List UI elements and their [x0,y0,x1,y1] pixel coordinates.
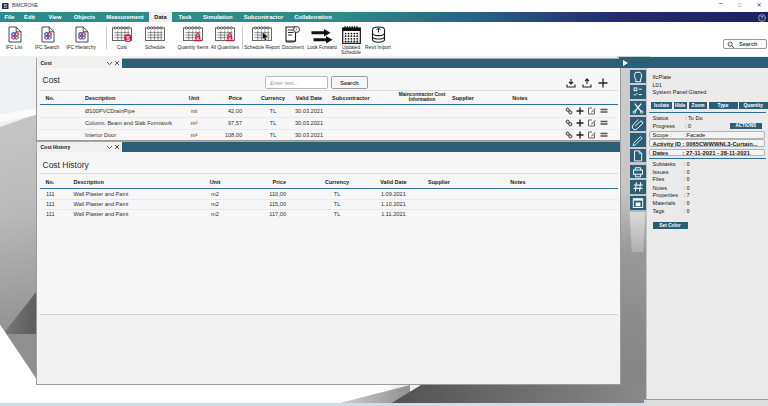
svg-text:!: ! [296,27,297,33]
svg-text:$: $ [126,35,130,42]
svg-text:?: ? [760,14,763,20]
svg-text:B: B [4,4,7,9]
